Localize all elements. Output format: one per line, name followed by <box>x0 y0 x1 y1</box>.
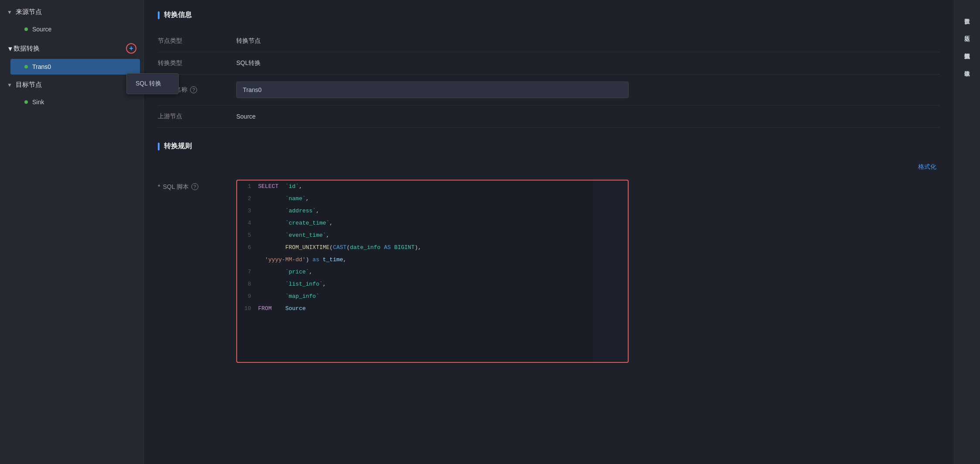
target-nodes-arrow: ▼ <box>7 82 12 88</box>
line-num-6: 6 <box>237 242 258 253</box>
line-content-8: `list_info`, <box>258 279 628 290</box>
node-name-row: * 节点名称 ? <box>158 75 940 106</box>
upstream-label: 上游节点 <box>158 113 236 120</box>
code-line-8: 8 `list_info`, <box>237 278 628 290</box>
data-integration-item[interactable]: 数据集成资源组 <box>960 42 974 56</box>
upstream-row: 上游节点 Source <box>158 106 940 128</box>
line-num-3: 3 <box>237 205 258 217</box>
line-num-1: 1 <box>237 181 258 192</box>
code-line-3: 3 `address`, <box>237 205 628 217</box>
node-type-label: 节点类型 <box>158 37 236 45</box>
line-num-4: 4 <box>237 218 258 229</box>
target-nodes-section: ▼ 目标节点 Sink <box>0 76 143 110</box>
param-settings-item[interactable]: 参数设置 <box>960 7 974 21</box>
node-name-input[interactable] <box>236 82 629 98</box>
source-nodes-children: Source <box>0 21 143 37</box>
target-nodes-header[interactable]: ▼ 目标节点 <box>0 76 143 93</box>
node-name-help-icon[interactable]: ? <box>190 86 197 93</box>
sink-label: Sink <box>32 99 44 106</box>
sidebar-item-sink[interactable]: Sink <box>10 94 140 110</box>
data-transform-label: 数据转换 <box>14 44 40 53</box>
line-num-8: 8 <box>237 279 258 290</box>
line-num-10: 10 <box>237 303 258 314</box>
right-sidebar: 参数设置 历史版本 数据集成资源组 镜像版本 <box>954 0 980 464</box>
source-nodes-label: 来源节点 <box>16 8 42 16</box>
upstream-value: Source <box>236 113 255 120</box>
sink-dot <box>24 100 28 104</box>
sql-transform-option[interactable]: SQL 转换 <box>127 75 178 92</box>
info-form: 节点类型 转换节点 转换类型 SQL转换 * 节点名称 ? 上游节点 Sou <box>158 30 940 128</box>
line-content-2: `name`, <box>258 193 628 205</box>
node-type-value: 转换节点 <box>236 37 261 45</box>
code-line-5: 5 `event_time`, <box>237 229 628 242</box>
code-line-7: 7 `price`, <box>237 266 628 278</box>
sql-editor-row: * SQL 脚本 ? 1 SELECT `id`, 2 `name`, <box>158 176 940 366</box>
line-content-9: `map_info` <box>258 291 628 302</box>
code-line-9: 9 `map_info` <box>237 290 628 303</box>
target-nodes-children: Sink <box>0 94 143 110</box>
line-num-9: 9 <box>237 291 258 302</box>
trans0-label: Trans0 <box>32 63 51 70</box>
line-num-5: 5 <box>237 230 258 241</box>
trans0-dot <box>24 65 28 68</box>
code-line-1: 1 SELECT `id`, <box>237 181 628 193</box>
transform-type-label: 转换类型 <box>158 59 236 67</box>
code-line-2: 2 `name`, <box>237 193 628 205</box>
code-line-10: 10 FROM Source <box>237 303 628 315</box>
sidebar-item-source[interactable]: Source <box>10 21 140 37</box>
sql-required: * <box>158 183 160 190</box>
transform-dropdown: SQL 转换 <box>126 73 179 94</box>
history-version-item[interactable]: 历史版本 <box>960 24 974 38</box>
line-content-5: `event_time`, <box>258 230 628 241</box>
line-content-6b: 'yyyy-MM-dd') as t_time, <box>258 254 628 266</box>
source-nodes-section: ▼ 来源节点 Source <box>0 3 143 37</box>
target-nodes-label: 目标节点 <box>16 81 42 89</box>
sidebar-item-trans0[interactable]: Trans0 <box>10 59 140 75</box>
line-content-1: SELECT `id`, <box>258 181 628 192</box>
rules-section: 转换规则 格式化 * SQL 脚本 ? 1 SELECT `id`, <box>158 142 940 366</box>
data-transform-arrow: ▼ <box>7 45 14 52</box>
data-transform-header: ▼ 数据转换 <box>0 39 143 58</box>
left-sidebar: ▼ 来源节点 Source ▼ 数据转换 Trans0 ▼ <box>0 0 144 464</box>
main-content: 转换信息 节点类型 转换节点 转换类型 SQL转换 * 节点名称 ? <box>144 0 954 464</box>
data-transform-children: Trans0 <box>0 59 143 75</box>
source-label: Source <box>32 26 51 33</box>
code-lines: 1 SELECT `id`, 2 `name`, 3 `address`, 4 <box>237 181 628 315</box>
sql-help-icon[interactable]: ? <box>191 183 198 190</box>
transform-type-value: SQL转换 <box>236 59 261 67</box>
source-nodes-arrow: ▼ <box>7 9 12 15</box>
code-minimap <box>593 181 628 362</box>
code-line-6b: 'yyyy-MM-dd') as t_time, <box>237 254 628 266</box>
add-transform-button[interactable] <box>126 43 136 54</box>
info-section-title: 转换信息 <box>158 10 940 20</box>
line-content-4: `create_time`, <box>258 218 628 229</box>
data-transform-header-left[interactable]: ▼ 数据转换 <box>7 44 40 53</box>
sql-label: * SQL 脚本 ? <box>158 180 236 191</box>
code-line-6a: 6 FROM_UNIXTIME(CAST(date_info AS BIGINT… <box>237 242 628 254</box>
format-btn-row: 格式化 <box>158 161 940 173</box>
code-line-4: 4 `create_time`, <box>237 217 628 229</box>
transform-type-row: 转换类型 SQL转换 <box>158 52 940 75</box>
format-button[interactable]: 格式化 <box>915 161 940 173</box>
rules-section-title: 转换规则 <box>158 142 940 151</box>
data-transform-section: ▼ 数据转换 Trans0 <box>0 39 143 75</box>
source-nodes-header[interactable]: ▼ 来源节点 <box>0 3 143 20</box>
line-num-2: 2 <box>237 193 258 205</box>
line-content-10: FROM Source <box>258 303 628 314</box>
sql-code-editor[interactable]: 1 SELECT `id`, 2 `name`, 3 `address`, 4 <box>236 180 629 363</box>
source-dot <box>24 27 28 31</box>
line-content-7: `price`, <box>258 266 628 278</box>
line-num-7: 7 <box>237 266 258 278</box>
line-content-6: FROM_UNIXTIME(CAST(date_info AS BIGINT), <box>258 242 628 253</box>
mirror-version-item[interactable]: 镜像版本 <box>960 59 974 73</box>
line-content-3: `address`, <box>258 205 628 217</box>
node-type-row: 节点类型 转换节点 <box>158 30 940 52</box>
